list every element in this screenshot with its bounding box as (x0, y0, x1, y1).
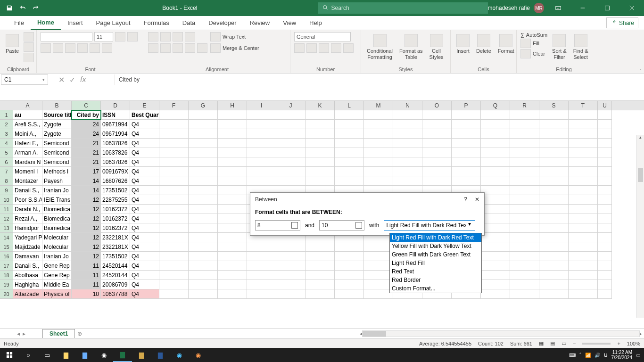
cell[interactable]: Hafezi F., (13, 139, 42, 148)
cell[interactable]: 2322181X (101, 242, 130, 252)
row-header[interactable]: 9 (0, 186, 13, 195)
cell[interactable] (364, 252, 393, 261)
cell[interactable] (247, 261, 276, 271)
row-header[interactable]: 6 (0, 157, 13, 167)
cell[interactable]: 10637788 (101, 289, 130, 299)
cell[interactable] (335, 176, 364, 186)
name-box[interactable]: C1▾ (1, 74, 48, 85)
cancel-formula-icon[interactable]: ✕ (58, 75, 65, 84)
between-from-input[interactable]: 8 (255, 220, 300, 230)
cell[interactable] (539, 157, 569, 167)
col-header[interactable]: G (189, 101, 218, 110)
cell[interactable] (218, 195, 247, 205)
cell[interactable] (189, 261, 218, 271)
cell[interactable] (422, 129, 452, 139)
tab-home[interactable]: Home (31, 16, 61, 30)
cell[interactable] (189, 167, 218, 176)
dropdown-option[interactable]: Yellow Fill with Dark Yellow Text (390, 242, 481, 250)
cell[interactable] (247, 120, 276, 129)
underline-icon[interactable] (65, 43, 75, 53)
cell[interactable] (452, 129, 481, 139)
cell[interactable] (510, 289, 539, 299)
cell[interactable] (539, 195, 569, 205)
cell[interactable] (159, 120, 189, 129)
cell[interactable] (364, 280, 393, 289)
decrease-font-icon[interactable] (127, 32, 138, 41)
cell[interactable] (276, 110, 305, 120)
cell[interactable] (218, 242, 247, 252)
cell[interactable] (364, 148, 393, 157)
cell[interactable]: Danaii S., (13, 261, 42, 271)
cell[interactable]: Biomedica (42, 205, 72, 214)
cell[interactable] (510, 186, 539, 195)
cell[interactable]: Q4 (130, 148, 159, 157)
cell[interactable] (422, 139, 452, 148)
cell[interactable] (218, 139, 247, 148)
cell[interactable]: Q4 (130, 129, 159, 139)
tray-keyboard-icon[interactable]: ⌨ (569, 353, 576, 358)
tray-volume-icon[interactable]: 🔊 (594, 353, 600, 358)
cell[interactable] (305, 271, 335, 280)
inc-decimal-icon[interactable] (331, 43, 341, 53)
cell[interactable]: 24520144 (101, 271, 130, 280)
dec-decimal-icon[interactable] (343, 43, 354, 53)
cell[interactable] (539, 110, 569, 120)
cell[interactable] (189, 223, 218, 233)
cell[interactable] (305, 252, 335, 261)
cell[interactable] (218, 167, 247, 176)
indent-inc-icon[interactable] (197, 43, 207, 53)
cell[interactable]: Damavan (13, 252, 42, 261)
cell[interactable] (276, 129, 305, 139)
cell[interactable] (247, 280, 276, 289)
align-middle-icon[interactable] (160, 32, 171, 41)
cell[interactable] (364, 110, 393, 120)
format-as-table-button[interactable]: Format as Table (397, 32, 425, 62)
cell[interactable] (539, 214, 569, 223)
undo-icon[interactable] (17, 2, 28, 14)
cell[interactable] (481, 289, 510, 299)
align-right-icon[interactable] (173, 43, 183, 53)
tab-formulas[interactable]: Formulas (137, 16, 176, 30)
col-header[interactable]: S (539, 101, 569, 110)
cell[interactable]: Best Quartile (130, 110, 159, 120)
cell[interactable]: 10637826 (101, 157, 130, 167)
row-header[interactable]: 18 (0, 271, 13, 280)
cell[interactable] (569, 167, 598, 176)
cell[interactable]: 12 (72, 205, 101, 214)
cell[interactable] (276, 139, 305, 148)
cell[interactable] (364, 261, 393, 271)
cell[interactable] (598, 261, 612, 271)
cell[interactable] (335, 261, 364, 271)
cell[interactable] (218, 120, 247, 129)
cell[interactable] (481, 280, 510, 289)
cell[interactable] (598, 110, 612, 120)
cell[interactable]: 16807626 (101, 176, 130, 186)
chrome-icon[interactable]: ◉ (94, 348, 113, 362)
cell[interactable]: Danaii S., (13, 186, 42, 195)
cell[interactable] (510, 223, 539, 233)
sheet-tab[interactable]: Sheet1 (42, 329, 75, 338)
cell[interactable] (481, 223, 510, 233)
cell[interactable]: Biomedica (42, 223, 72, 233)
cell[interactable] (481, 242, 510, 252)
cell[interactable] (393, 148, 422, 157)
cell[interactable] (335, 252, 364, 261)
row-header[interactable]: 2 (0, 120, 13, 129)
cell[interactable] (481, 233, 510, 242)
cell[interactable]: 09671994 (101, 120, 130, 129)
cell[interactable] (159, 139, 189, 148)
cell[interactable] (218, 129, 247, 139)
app-icon[interactable]: ▇ (75, 348, 94, 362)
cell[interactable] (569, 110, 598, 120)
format-painter-icon[interactable] (24, 53, 34, 62)
cell[interactable]: 10162372 (101, 223, 130, 233)
range-picker-icon[interactable] (355, 222, 362, 229)
cell[interactable] (159, 280, 189, 289)
cell[interactable] (481, 148, 510, 157)
row-header[interactable]: 3 (0, 129, 13, 139)
row-header[interactable]: 14 (0, 233, 13, 242)
dropdown-option[interactable]: Custom Format... (390, 284, 481, 293)
cell[interactable]: 14 (72, 186, 101, 195)
between-to-input[interactable]: 10 (319, 220, 364, 230)
tray-wifi-icon[interactable]: 📶 (585, 353, 591, 358)
